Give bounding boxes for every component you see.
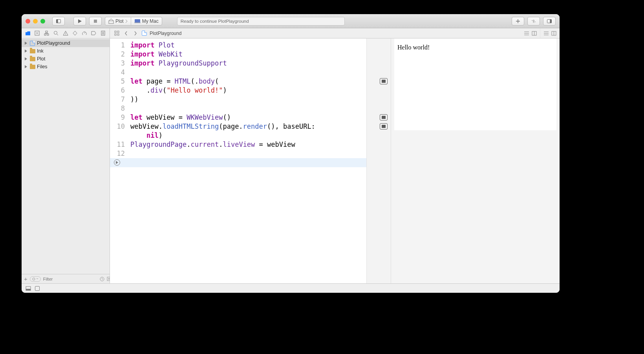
svg-rect-11 bbox=[44, 34, 46, 35]
scope-button[interactable] bbox=[30, 276, 41, 282]
project-navigator: PlotPlaygroundInkPlotFiles + bbox=[22, 38, 110, 283]
chevron-down-icon bbox=[36, 278, 38, 280]
svg-rect-8 bbox=[550, 19, 552, 23]
xcode-window: Plot My Mac Ready to continue PlotPlaygr… bbox=[22, 14, 560, 293]
liveview-mode-button[interactable] bbox=[543, 31, 549, 36]
quicklook-result-button[interactable] bbox=[380, 123, 388, 130]
related-items-button[interactable] bbox=[113, 30, 120, 37]
symbol-navigator-tab[interactable] bbox=[44, 30, 49, 36]
svg-rect-19 bbox=[117, 34, 119, 35]
code-area[interactable]: import Plotimport WebKitimport Playgroun… bbox=[128, 38, 366, 283]
chevron-right-icon bbox=[125, 19, 128, 23]
tree-item-label: Files bbox=[37, 64, 47, 69]
tree-item[interactable]: PlotPlayground bbox=[22, 39, 110, 47]
editor-mode-button[interactable] bbox=[524, 31, 529, 36]
sub-toolbar: PlotPlayground bbox=[22, 28, 560, 38]
toggle-right-panel-button[interactable] bbox=[543, 17, 556, 26]
code-review-button[interactable] bbox=[527, 17, 540, 26]
source-control-navigator-tab[interactable] bbox=[34, 30, 40, 36]
toggle-debug-area-button[interactable] bbox=[26, 286, 31, 291]
tree-item[interactable]: Ink bbox=[22, 47, 110, 55]
scheme-selector[interactable]: Plot My Mac bbox=[105, 17, 162, 26]
report-navigator-tab[interactable] bbox=[100, 30, 106, 36]
activity-status: Ready to continue PlotPlayground bbox=[177, 17, 345, 26]
live-view: Hello world! bbox=[391, 38, 560, 283]
activity-status-text: Ready to continue PlotPlayground bbox=[181, 19, 249, 24]
panel-left-icon bbox=[56, 19, 61, 24]
split-icon bbox=[551, 31, 556, 36]
plus-icon bbox=[516, 19, 520, 24]
svg-rect-17 bbox=[117, 31, 119, 33]
diamond-icon bbox=[73, 31, 77, 36]
nav-back-button[interactable] bbox=[123, 30, 130, 37]
panel-bottom-icon bbox=[26, 286, 31, 291]
project-navigator-tab[interactable] bbox=[25, 30, 31, 36]
quicklook-result-button[interactable] bbox=[380, 114, 388, 120]
nav-forward-button[interactable] bbox=[132, 30, 139, 37]
svg-point-13 bbox=[54, 31, 57, 35]
debug-stop-button[interactable] bbox=[35, 286, 40, 291]
navigator-filter-bar: + bbox=[22, 274, 110, 283]
svg-rect-1 bbox=[57, 19, 58, 23]
issue-navigator-tab[interactable] bbox=[62, 30, 68, 36]
tree-item[interactable]: Files bbox=[22, 63, 110, 71]
test-navigator-tab[interactable] bbox=[72, 30, 78, 36]
toggle-left-panel-button[interactable] bbox=[52, 17, 65, 26]
disclosure-triangle-icon[interactable] bbox=[24, 49, 28, 53]
scheme-destination-label: My Mac bbox=[142, 18, 159, 24]
play-icon bbox=[77, 19, 82, 24]
folder-icon bbox=[29, 48, 35, 54]
clock-icon bbox=[100, 277, 104, 281]
editor-options bbox=[520, 28, 540, 38]
arrows-icon bbox=[531, 19, 536, 24]
run-button[interactable] bbox=[73, 17, 86, 26]
chevron-left-icon bbox=[124, 31, 128, 36]
recent-filter-button[interactable] bbox=[100, 277, 104, 281]
adjust-editor-button[interactable] bbox=[532, 31, 537, 36]
source-editor[interactable]: 123456789101112 import Plotimport WebKit… bbox=[110, 38, 391, 283]
close-window-button[interactable] bbox=[26, 19, 30, 24]
zoom-window-button[interactable] bbox=[40, 19, 45, 24]
traffic-lights bbox=[26, 19, 45, 24]
file-tree[interactable]: PlotPlaygroundInkPlotFiles bbox=[22, 38, 110, 274]
list-icon bbox=[101, 31, 105, 36]
project-icon bbox=[108, 18, 114, 24]
titlebar: Plot My Mac Ready to continue PlotPlaygr… bbox=[22, 14, 560, 28]
add-button[interactable] bbox=[512, 17, 524, 26]
results-gutter bbox=[366, 38, 391, 283]
disclosure-triangle-icon[interactable] bbox=[24, 65, 28, 69]
split-icon bbox=[532, 31, 537, 36]
minimize-window-button[interactable] bbox=[33, 19, 38, 24]
disclosure-triangle-icon[interactable] bbox=[24, 41, 28, 45]
gauge-icon bbox=[82, 31, 87, 36]
debug-bar bbox=[22, 283, 560, 293]
tree-item-label: PlotPlayground bbox=[37, 40, 70, 46]
breakpoint-navigator-tab[interactable] bbox=[91, 30, 97, 36]
svg-rect-4 bbox=[109, 21, 113, 24]
svg-point-22 bbox=[33, 278, 35, 280]
stop-button[interactable] bbox=[89, 17, 102, 26]
liveview-options bbox=[540, 28, 560, 38]
liveview-split-button[interactable] bbox=[551, 31, 556, 36]
scope-icon bbox=[32, 277, 35, 281]
search-icon bbox=[53, 31, 59, 36]
folder-icon bbox=[29, 56, 35, 62]
add-file-button[interactable]: + bbox=[24, 277, 27, 281]
svg-rect-18 bbox=[115, 34, 116, 35]
find-navigator-tab[interactable] bbox=[53, 30, 59, 36]
jump-bar-file[interactable]: PlotPlayground bbox=[150, 31, 181, 36]
tree-item[interactable]: Plot bbox=[22, 55, 110, 63]
live-view-content: Hello world! bbox=[394, 38, 556, 130]
quicklook-result-button[interactable] bbox=[380, 78, 388, 84]
debug-navigator-tab[interactable] bbox=[81, 30, 87, 36]
scheme-project-label: Plot bbox=[115, 18, 124, 24]
svg-rect-16 bbox=[115, 31, 116, 33]
disclosure-triangle-icon[interactable] bbox=[24, 57, 28, 61]
jump-bar[interactable]: PlotPlayground bbox=[110, 28, 520, 38]
execute-line-button[interactable] bbox=[114, 159, 120, 166]
lines-icon bbox=[543, 31, 549, 36]
panel-right-icon bbox=[547, 19, 552, 24]
lines-icon bbox=[524, 31, 529, 36]
svg-rect-5 bbox=[135, 19, 140, 22]
filter-input[interactable] bbox=[43, 277, 97, 281]
